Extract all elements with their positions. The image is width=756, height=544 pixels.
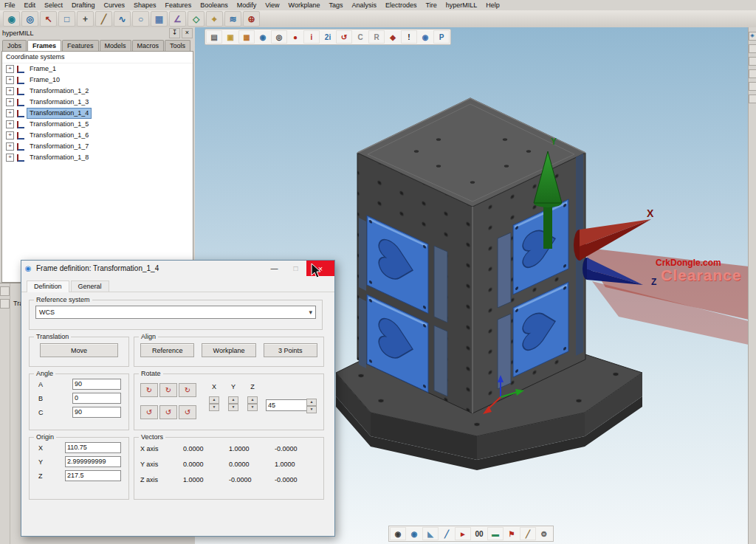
rotate-c-plus-button[interactable]: ↻ <box>179 383 196 397</box>
origin-input[interactable]: 217.5 <box>65 470 121 481</box>
right-tool-3[interactable] <box>749 57 756 66</box>
shaded-ball-icon[interactable]: ◉ <box>390 527 406 540</box>
panel-tab[interactable]: Models <box>100 40 131 51</box>
menu-item[interactable]: Select <box>40 1 67 10</box>
tree-expand-icon[interactable]: + <box>6 98 14 106</box>
right-tool-1[interactable]: ◈ <box>749 32 756 41</box>
rotate-y-stepper[interactable]: ▲▼ <box>228 396 238 411</box>
dialog-tab[interactable]: General <box>71 280 109 292</box>
tree-item[interactable]: + Transformation_1_8 <box>2 152 193 163</box>
menu-item[interactable]: Tire <box>421 1 441 10</box>
align-3points-button[interactable]: 3 Points <box>264 343 317 357</box>
menu-item[interactable]: Edit <box>20 1 41 10</box>
tree-expand-icon[interactable]: + <box>6 131 14 140</box>
angle-measure-icon[interactable]: ∠ <box>169 11 186 27</box>
menu-item[interactable]: hyperMILL <box>441 1 482 10</box>
rotate-a-minus-button[interactable]: ↺ <box>140 405 158 419</box>
tree-item[interactable]: + Transformation_1_3 <box>2 97 193 108</box>
dock-tool-icon[interactable] <box>0 299 10 309</box>
letter-r-icon[interactable]: R <box>368 30 385 44</box>
tree-item[interactable]: + Frame_1 <box>2 63 193 75</box>
electrode-icon[interactable]: ⊕ <box>243 11 260 27</box>
rotate-c-minus-button[interactable]: ↺ <box>179 405 196 419</box>
tree-expand-icon[interactable]: + <box>6 65 14 73</box>
menu-item[interactable]: Help <box>481 1 504 10</box>
right-tool-5[interactable] <box>749 82 756 91</box>
right-tool-6[interactable] <box>749 94 756 103</box>
menu-item[interactable]: Analysis <box>347 1 381 10</box>
red-arrow-icon[interactable]: ► <box>455 527 471 540</box>
tree-expand-icon[interactable]: + <box>6 87 14 95</box>
panel-tab[interactable]: Frames <box>27 40 61 52</box>
rotate-angle-input[interactable]: 45 <box>266 399 307 411</box>
right-tool-2[interactable] <box>749 44 756 53</box>
level-icon[interactable]: ▬ <box>487 527 504 540</box>
exclamation-icon[interactable]: ! <box>401 30 417 44</box>
tree-expand-icon[interactable]: + <box>6 76 14 84</box>
undo-icon[interactable]: ↺ <box>336 30 352 44</box>
tree-expand-icon[interactable]: + <box>6 120 14 128</box>
section-plane-icon[interactable]: ◣ <box>422 527 439 540</box>
shaded-sphere-icon[interactable]: ◉ <box>3 11 20 27</box>
solid-cube-icon[interactable]: ◆ <box>385 30 401 44</box>
target-icon[interactable]: ⌖ <box>206 11 223 27</box>
panel-tab[interactable]: Macros <box>132 40 165 51</box>
move-button[interactable]: Move <box>40 343 118 357</box>
dock-tool-icon[interactable] <box>0 286 10 296</box>
dialog-tab[interactable]: Definition <box>27 280 69 292</box>
close-icon[interactable]: × <box>182 28 193 38</box>
info-i-icon[interactable]: i <box>303 30 320 44</box>
brush-icon[interactable]: ╱ <box>439 527 455 540</box>
flag-pin-icon[interactable]: ⚑ <box>504 527 520 540</box>
wave-analysis-icon[interactable]: ≋ <box>224 11 241 27</box>
circle-icon[interactable]: ○ <box>132 11 149 27</box>
panel-tab[interactable]: Jobs <box>2 40 27 51</box>
wire-sphere-icon[interactable]: ◎ <box>21 11 38 27</box>
panel-tab[interactable]: Features <box>62 40 99 51</box>
menu-item[interactable]: Tags <box>324 1 347 10</box>
angle-input[interactable]: 0 <box>72 393 121 404</box>
sphere-view-icon[interactable]: ◉ <box>255 30 271 44</box>
menu-item[interactable]: Workplane <box>284 1 325 10</box>
info-2i-icon[interactable]: 2i <box>320 30 336 44</box>
dialog-titlebar[interactable]: ◉ Frame definition: Transformation_1_4 —… <box>21 261 334 276</box>
menu-item[interactable]: Modify <box>233 1 261 10</box>
letter-c-icon[interactable]: C <box>352 30 368 44</box>
align-reference-button[interactable]: Reference <box>140 343 194 357</box>
pin-icon[interactable]: ↧ <box>169 28 180 38</box>
origin-input[interactable]: 110.75 <box>65 442 121 453</box>
sketch-pencil-icon[interactable]: ╱ <box>95 11 112 27</box>
tree-expand-icon[interactable]: + <box>6 142 14 151</box>
tree-item[interactable]: + Transformation_1_4 <box>2 108 193 119</box>
rotate-b-minus-button[interactable]: ↺ <box>159 405 177 419</box>
rotate-b-plus-button[interactable]: ↻ <box>159 383 177 397</box>
rotate-z-stepper[interactable]: ▲▼ <box>247 396 258 411</box>
angle-input[interactable]: 90 <box>72 379 121 390</box>
minimize-button[interactable]: — <box>264 261 285 276</box>
menu-item[interactable]: Shapes <box>129 1 161 10</box>
save-icon[interactable]: ▦ <box>238 30 255 44</box>
maximize-button[interactable]: □ <box>285 261 306 276</box>
tree-expand-icon[interactable]: + <box>6 154 14 162</box>
rotate-x-stepper[interactable]: ▲▼ <box>209 396 219 411</box>
letter-p-icon[interactable]: P <box>433 30 450 44</box>
tree-expand-icon[interactable]: + <box>6 109 14 117</box>
red-point-icon[interactable]: ● <box>287 30 303 44</box>
tree-item[interactable]: + Transformation_1_2 <box>2 86 193 97</box>
reference-system-select[interactable]: WCS ▾ <box>35 306 316 319</box>
menu-item[interactable]: View <box>261 1 284 10</box>
align-workplane-button[interactable]: Workplane <box>202 343 255 357</box>
menu-item[interactable]: Electrodes <box>381 1 422 10</box>
origin-input[interactable]: 2.999999999 <box>65 456 121 467</box>
center-target-icon[interactable]: ◎ <box>271 30 287 44</box>
menu-item[interactable]: File <box>0 1 20 10</box>
rotate-angle-stepper[interactable]: ▲▼ <box>306 399 317 413</box>
pan-icon[interactable]: + <box>77 11 94 27</box>
folder-icon[interactable]: ▣ <box>222 30 238 44</box>
zeros-icon[interactable]: 00 <box>471 527 487 540</box>
menu-item[interactable]: Drafting <box>67 1 100 10</box>
spline-icon[interactable]: ∿ <box>114 11 131 27</box>
tree-item[interactable]: + Transformation_1_5 <box>2 119 193 130</box>
workplane-icon[interactable]: ◇ <box>188 11 205 27</box>
spheres-pair-icon[interactable]: ◉ <box>417 30 433 44</box>
